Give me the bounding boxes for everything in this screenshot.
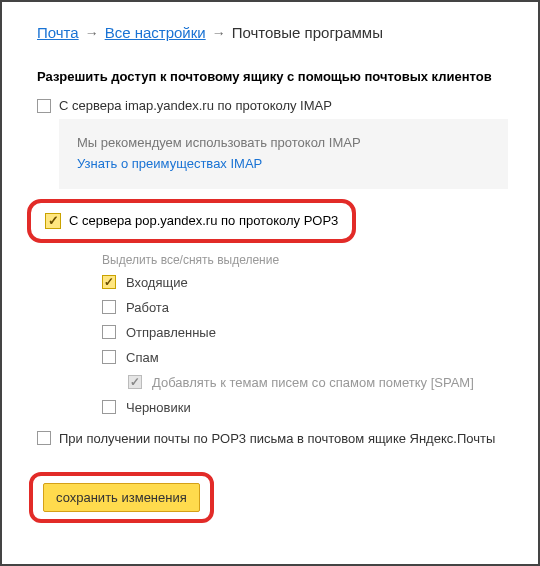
folder-work-checkbox[interactable] — [102, 300, 116, 314]
imap-info-link[interactable]: Узнать о преимуществах IMAP — [77, 156, 262, 171]
folder-sent-label: Отправленные — [126, 325, 216, 340]
toggle-all-label[interactable]: Выделить все/снять выделение — [102, 253, 508, 267]
section-header: Разрешить доступ к почтовому ящику с пом… — [37, 69, 508, 84]
folder-inbox-row: Входящие — [102, 275, 508, 290]
save-highlight: сохранить изменения — [29, 472, 214, 523]
folder-drafts-checkbox[interactable] — [102, 400, 116, 414]
save-button[interactable]: сохранить изменения — [43, 483, 200, 512]
imap-info-text: Мы рекомендуем использовать протокол IMA… — [77, 133, 490, 154]
breadcrumb-current: Почтовые программы — [232, 24, 383, 41]
pop3-folders: Выделить все/снять выделение Входящие Ра… — [102, 253, 508, 415]
folder-spam-row: Спам — [102, 350, 508, 365]
pop3-highlight: С сервера pop.yandex.ru по протоколу POP… — [27, 199, 356, 243]
archive-checkbox[interactable] — [37, 431, 51, 445]
imap-info-box: Мы рекомендуем использовать протокол IMA… — [59, 119, 508, 189]
spam-tag-row: Добавлять к темам писем со спамом пометк… — [128, 375, 508, 390]
folder-sent-row: Отправленные — [102, 325, 508, 340]
breadcrumb: Почта → Все настройки → Почтовые програм… — [37, 24, 508, 41]
archive-option: При получении почты по POP3 письма в поч… — [37, 431, 508, 446]
folder-work-label: Работа — [126, 300, 169, 315]
folder-sent-checkbox[interactable] — [102, 325, 116, 339]
archive-label: При получении почты по POP3 письма в поч… — [59, 431, 495, 446]
imap-option: С сервера imap.yandex.ru по протоколу IM… — [37, 98, 508, 113]
folder-drafts-row: Черновики — [102, 400, 508, 415]
breadcrumb-mail-link[interactable]: Почта — [37, 24, 79, 41]
folder-inbox-label: Входящие — [126, 275, 188, 290]
folder-spam-checkbox[interactable] — [102, 350, 116, 364]
folder-spam-label: Спам — [126, 350, 159, 365]
arrow-icon: → — [85, 25, 99, 41]
folder-work-row: Работа — [102, 300, 508, 315]
pop3-label: С сервера pop.yandex.ru по протоколу POP… — [69, 213, 338, 228]
arrow-icon: → — [212, 25, 226, 41]
imap-label: С сервера imap.yandex.ru по протоколу IM… — [59, 98, 332, 113]
spam-tag-checkbox[interactable] — [128, 375, 142, 389]
folder-inbox-checkbox[interactable] — [102, 275, 116, 289]
pop3-checkbox[interactable] — [45, 213, 61, 229]
breadcrumb-settings-link[interactable]: Все настройки — [105, 24, 206, 41]
folder-drafts-label: Черновики — [126, 400, 191, 415]
spam-tag-label: Добавлять к темам писем со спамом пометк… — [152, 375, 474, 390]
imap-checkbox[interactable] — [37, 99, 51, 113]
